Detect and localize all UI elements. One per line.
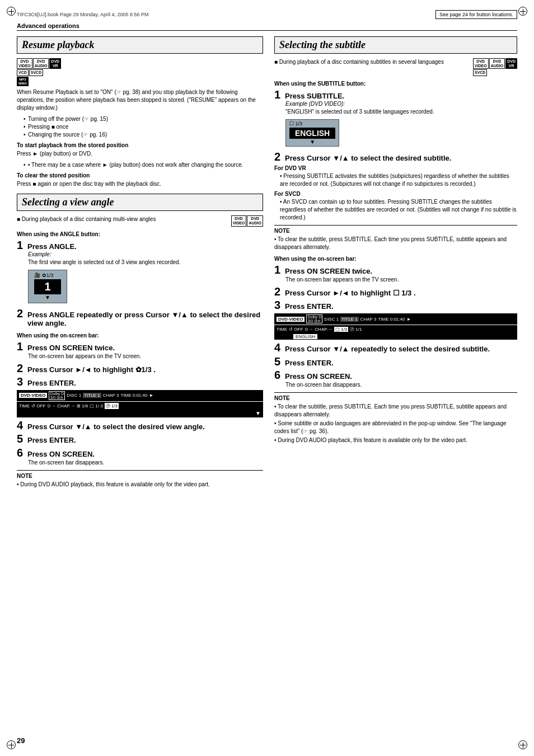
osd-sub-english-label: ENGLISH <box>293 334 317 339</box>
sub-step1-example: Example (DVD VIDEO): <box>285 101 517 107</box>
left-column: Resume playback DVDVIDEO DVDAUDIO DVDVR … <box>17 36 263 489</box>
osd-sub-dvd-video: DVD-VIDEO <box>277 317 305 322</box>
osd-sub-time: TIME 0:01:40 <box>378 317 405 322</box>
sub-step2-num: 2 <box>274 151 283 162</box>
badge-svcd-resume: SVCD <box>29 69 43 76</box>
english-display-main: ENGLISH <box>289 128 335 139</box>
subtitle-intro: ■ During playback of a disc containing s… <box>274 58 470 66</box>
angle-step5-text: Press ENTER. <box>27 436 76 445</box>
sub-os-step3-text: Press ENTER. <box>285 302 334 311</box>
sub-step6-num: 6 <box>274 369 283 381</box>
osd-disc18: ⊞ 1/8 <box>77 403 88 408</box>
angle-step5-num: 5 <box>17 433 26 444</box>
sub-step1-num: 1 <box>274 89 283 100</box>
resume-subsection2-text: Press ■ again or open the disc tray with… <box>17 180 263 188</box>
osd-sub-time2: TIME <box>277 327 287 332</box>
osd-angle13: Ⓟ 1/3 <box>105 403 119 409</box>
osd-chap3: CHAP 3 <box>103 393 119 398</box>
resume-note-item: • There may be a case where ► (play butt… <box>24 161 263 169</box>
sub-note1-title: NOTE <box>274 228 517 234</box>
badge-mp3-wma-resume: MP3WMA <box>17 77 29 86</box>
sub-step1-example-sub: "ENGLISH" is selected out of 3 subtitle … <box>285 108 517 116</box>
angle-step2: 2 Press ANGLE repeatedly or press Cursor… <box>17 308 263 328</box>
sub-step2-text: Press Cursor ▼/▲ to select the desired s… <box>285 154 451 163</box>
resume-subsection1-title: To start playback from the stored positi… <box>17 142 263 148</box>
sub-note1-text: • To clear the subtitle, press SUBTITLE.… <box>274 236 517 251</box>
top-bar: TIFC3C6[UJ].book Page 29 Monday, April 4… <box>17 10 517 19</box>
angle-step5: 5 Press ENTER. <box>17 433 263 445</box>
osd-sub-disc1: DISC 1 <box>324 317 339 322</box>
angle-os-step2: 2 Press Cursor ►/◄ to highlight ✿1/3 . <box>17 363 263 374</box>
angle-os-step1-sub: The on-screen bar appears on the TV scre… <box>28 353 263 360</box>
sub-step5: 5 Press ENTER. <box>274 356 517 368</box>
sub-note2-block: NOTE • To clear the subtitle, press SUBT… <box>274 392 517 444</box>
angle-step4: 4 Press Cursor ▼/▲ to select the desired… <box>17 420 263 431</box>
badge-svcd-sub: SVCD <box>473 69 487 76</box>
badge-dvd-video-sub: DVDVIDEO <box>473 58 489 69</box>
sub-os-step1-sub: The on-screen bar appears on the TV scre… <box>285 276 517 284</box>
sub-step4-num: 4 <box>274 342 283 353</box>
angle-step6-num: 6 <box>17 447 26 458</box>
osd-sub-play: ► <box>406 317 411 322</box>
resume-bullet-1: Turning off the power (☞ pg. 15) <box>24 115 263 123</box>
osd-sub-angle11: Ⓟ 1/1 <box>350 326 362 332</box>
english-display-top: ☐ 1/3 <box>289 121 335 126</box>
angle-os-step3: 3 Press ENTER. <box>17 376 263 388</box>
sub-step1: 1 Press SUBTITLE. Example (DVD VIDEO): "… <box>274 89 517 149</box>
osd-sub-chap3: CHAP 3 <box>360 317 377 322</box>
page-number: 29 <box>17 736 25 745</box>
corner-mark-tr <box>518 7 527 16</box>
view-angle-intro: ■ During playback of a disc containing m… <box>17 215 228 223</box>
angle-os-step2-num: 2 <box>17 363 26 374</box>
angle-os-step1-text: Press ON SCREEN twice. <box>27 344 115 353</box>
osd-bar-angle: DVD-VIDEO Dolby D3/0 0ch DISC 1 TITLE 1 … <box>17 390 263 417</box>
subtitle-title: Selecting the subtitle <box>274 36 517 54</box>
sub-step1-text: Press SUBTITLE. <box>285 92 344 101</box>
resume-bullet-3: Changing the source (☞ pg. 16) <box>24 131 263 139</box>
sub-note1-block: NOTE • To clear the subtitle, press SUBT… <box>274 225 517 251</box>
badge-dvd-audio-angle: DVDAUDIO <box>247 215 263 226</box>
sub-os-step1-num: 1 <box>274 264 283 275</box>
angle-step4-text: Press Cursor ▼/▲ to select the desired v… <box>27 422 205 431</box>
resume-bullet-2: Pressing ■ once <box>24 123 263 131</box>
angle-step1-text: Press ANGLE. <box>27 242 77 251</box>
display-angle-main: 1 <box>34 279 61 294</box>
sub-os-step2-text: Press Cursor ►/◄ to highlight ☐ 1/3 . <box>285 289 416 298</box>
osd-time2: TIME <box>19 403 30 408</box>
sub-note2-bullet3: • During DVD AUDIO playback, this featur… <box>274 436 517 444</box>
angle-step2-text: Press ANGLE repeatedly or press Cursor ▼… <box>27 311 263 328</box>
corner-mark-tl <box>7 7 16 16</box>
file-info: TIFC3C6[UJ].book Page 29 Monday, April 4… <box>17 12 148 17</box>
sub-step4: 4 Press Cursor ▼/▲ repeatedly to select … <box>274 342 517 354</box>
main-columns: Resume playback DVDVIDEO DVDAUDIO DVDVR … <box>17 36 517 489</box>
page-container: TIFC3C6[UJ].book Page 29 Monday, April 4… <box>0 0 534 756</box>
angle-step6: 6 Press ON SCREEN. The on-screen bar dis… <box>17 447 263 467</box>
angle-step1-example: Example: <box>28 251 263 257</box>
sub-note2-bullet2: • Some subtitle or audio languages are a… <box>274 420 517 435</box>
angle-step1: 1 Press ANGLE. Example: The first view a… <box>17 240 263 306</box>
sub-step6: 6 Press ON SCREEN. The on-screen bar dis… <box>274 369 517 389</box>
osd-sub-cd13: ▢ 1/3 <box>334 327 348 332</box>
osd-sub-repeat: ↺ OFF <box>289 327 303 332</box>
sub-os-step2-num: 2 <box>274 286 283 297</box>
for-dvd-vr-text: • Pressing SUBTITLE activates the subtit… <box>280 172 517 188</box>
angle-note-title: NOTE <box>17 473 263 479</box>
osd-chap-arrow: CHAP.→ <box>57 403 74 408</box>
osd-dolby: Dolby D3/0 0ch <box>49 391 65 400</box>
osd-repeat: ↺ OFF <box>31 403 45 408</box>
angle-step6-text: Press ON SCREEN. <box>27 450 95 459</box>
advanced-operations-label: Advanced operations <box>17 22 79 29</box>
osd-play: ► <box>149 393 153 398</box>
sub-step4-text: Press Cursor ▼/▲ repeatedly to select th… <box>285 345 490 354</box>
corner-mark-br <box>518 740 527 749</box>
badge-dvd-audio-sub: DVDAUDIO <box>489 58 505 69</box>
when-angle-button-label: When using the ANGLE button: <box>17 231 263 237</box>
osd-disc1: DISC 1 <box>67 393 81 398</box>
angle-os-step2-text: Press Cursor ►/◄ to highlight ✿1/3 . <box>27 365 156 374</box>
angle-step4-num: 4 <box>17 420 26 431</box>
badge-vcd-resume: VCD <box>17 69 29 76</box>
angle-os-step1: 1 Press ON SCREEN twice. The on-screen b… <box>17 341 263 360</box>
resume-subsection2-title: To clear the stored position <box>17 172 263 179</box>
for-dvd-vr-label: For DVD VR <box>274 165 517 171</box>
badge-dvd-vr-sub: DVDVR <box>505 58 517 69</box>
